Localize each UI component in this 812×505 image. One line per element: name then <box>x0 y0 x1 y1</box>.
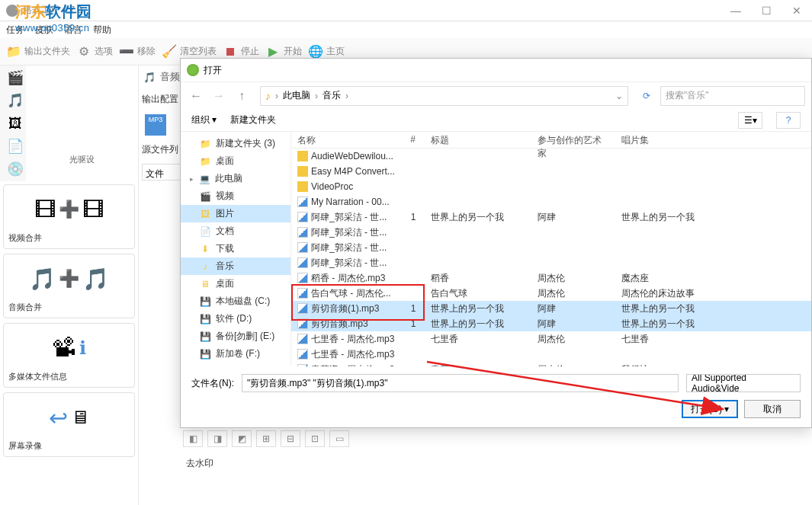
disc-tab-label: 光驱设 <box>26 151 138 168</box>
output-folder-button[interactable]: 📁输出文件夹 <box>6 44 70 59</box>
tree-item[interactable]: 💾本地磁盘 (C:) <box>181 292 290 310</box>
feature-item[interactable]: ↩🖥屏幕录像 <box>3 392 135 457</box>
tool-icon-4[interactable]: ⊞ <box>256 430 276 447</box>
file-row[interactable]: 剪切音频(1).mp31世界上的另一个我阿肆世界上的另一个我 <box>291 301 811 316</box>
nav-up-button[interactable]: ↑ <box>233 87 251 105</box>
tree-item[interactable]: 🖼图片 <box>181 205 290 222</box>
tree-item[interactable]: ⬇下载 <box>181 240 290 257</box>
tree-item[interactable]: 💾新加卷 (F:) <box>181 345 290 363</box>
mp3-file-icon <box>297 227 308 238</box>
help-button[interactable]: ? <box>776 112 801 129</box>
file-row[interactable]: Easy M4P Convert... <box>291 164 811 179</box>
tree-item[interactable]: 📁桌面 <box>181 152 290 170</box>
dialog-nav: ← → ↑ ♪ › 此电脑 › 音乐 › ⌄ ⟳ 搜索"音乐" <box>181 82 811 109</box>
menu-item[interactable]: 帮助 <box>93 24 111 37</box>
image-tab-icon[interactable]: 🖼 <box>5 113 26 134</box>
file-row[interactable]: 稻香 - 周杰伦.mp3稻香周杰伦魔杰座 <box>291 270 811 286</box>
clear-list-button[interactable]: 🧹清空列表 <box>162 44 217 59</box>
open-button[interactable]: 打开(O) ▾ <box>682 400 738 418</box>
disk-icon: 💾 <box>199 296 211 307</box>
tree-item[interactable]: 🖥桌面 <box>181 275 290 292</box>
close-button[interactable]: ✕ <box>782 0 812 21</box>
folder-icon <box>297 166 308 177</box>
col-num[interactable]: # <box>402 132 425 148</box>
file-row[interactable]: 阿肆_郭采洁 - 世...1世界上的另一个我阿肆世界上的另一个我 <box>291 209 811 225</box>
tool-icon-6[interactable]: ⊡ <box>305 430 325 447</box>
tree-item[interactable]: 📁新建文件夹 (3) <box>181 135 290 152</box>
file-row[interactable]: 阿肆_郭采洁 - 世... <box>291 240 811 255</box>
feature-item[interactable]: 🎵➕🎵音频合并 <box>3 254 135 318</box>
play-icon: ▶ <box>265 44 281 59</box>
tree-item[interactable]: 💾备份[勿删] (E:) <box>181 328 290 345</box>
file-row[interactable]: 阿肆_郭采洁 - 世... <box>291 225 811 240</box>
pc-icon: 💻 <box>198 174 210 184</box>
file-list-header: 名称 # 标题 参与创作的艺术家 唱片集 <box>291 132 811 149</box>
col-title[interactable]: 标题 <box>425 132 531 148</box>
feature-label: 多媒体文件信息 <box>8 368 130 382</box>
tree-item[interactable]: ♪音乐 <box>181 257 290 275</box>
search-input[interactable]: 搜索"音乐" <box>660 86 805 106</box>
file-row[interactable]: AudieWebDewilou... <box>291 149 811 164</box>
mp3-file-icon <box>297 288 308 299</box>
tree-item[interactable]: 🎬视频 <box>181 187 290 205</box>
organize-button[interactable]: 组织 ▾ <box>191 113 217 126</box>
tool-icon-3[interactable]: ◩ <box>232 430 252 447</box>
file-list: 名称 # 标题 参与创作的艺术家 唱片集 AudieWebDewilou...E… <box>291 132 811 366</box>
feature-label: 音频合并 <box>8 299 130 313</box>
video-tab-icon[interactable]: 🎬 <box>5 67 26 88</box>
home-button[interactable]: 🌐主页 <box>308 44 345 59</box>
audio-tab-icon[interactable]: 🎵 <box>5 90 26 111</box>
tree-item[interactable]: ▸💻此电脑 <box>181 170 290 187</box>
start-button[interactable]: ▶开始 <box>265 44 302 59</box>
feature-item[interactable]: 📽ℹ多媒体文件信息 <box>3 323 135 388</box>
col-artist[interactable]: 参与创作的艺术家 <box>531 132 615 148</box>
tool-icon-5[interactable]: ⊟ <box>281 430 300 447</box>
file-row[interactable]: 七里香 - 周杰伦.mp3 <box>291 347 811 362</box>
file-row[interactable]: 青花瓷 - 周杰伦.mp3青花瓷周杰伦我很忙 <box>291 362 811 366</box>
mp3-file-icon <box>297 318 308 329</box>
file-row[interactable]: VideoProc <box>291 179 811 194</box>
file-row[interactable]: 七里香 - 周杰伦.mp3七里香周杰伦七里香 <box>291 331 811 347</box>
file-row[interactable]: 剪切音频.mp31世界上的另一个我阿肆世界上的另一个我 <box>291 316 811 331</box>
doc-tab-icon[interactable]: 📄 <box>5 136 26 157</box>
chevron-down-icon[interactable]: ⌄ <box>615 91 623 101</box>
tree-item[interactable]: 📄文档 <box>181 222 290 240</box>
tool-icon-1[interactable]: ◧ <box>183 430 203 447</box>
file-row[interactable]: 告白气球 - 周杰伦...告白气球周杰伦周杰伦的床边故事 <box>291 286 811 301</box>
col-name[interactable]: 名称 <box>291 132 402 148</box>
tree-item[interactable]: 💾软件 (D:) <box>181 310 290 328</box>
remove-button[interactable]: ➖移除 <box>119 44 156 59</box>
feature-item[interactable]: 🎞➕🎞视频合并 <box>3 184 135 249</box>
filename-input[interactable] <box>242 374 679 392</box>
mp3-file-icon <box>297 273 308 283</box>
filetype-filter[interactable]: All Supported Audio&Vide <box>686 374 801 392</box>
nav-back-button[interactable]: ← <box>187 87 205 105</box>
view-mode-button[interactable]: ☰▾ <box>738 112 762 129</box>
doc-icon: 📄 <box>199 226 211 237</box>
dialog-footer: 文件名(N): All Supported Audio&Vide <box>181 366 811 400</box>
dialog-icon <box>187 64 199 76</box>
file-row[interactable]: 阿肆_郭采洁 - 世... <box>291 255 811 270</box>
file-row[interactable]: My Narration - 00... <box>291 194 811 209</box>
tool-icon-2[interactable]: ◨ <box>207 430 227 447</box>
minimize-button[interactable]: — <box>721 0 751 21</box>
remove-icon: ➖ <box>119 44 134 59</box>
left-panel: 🎬 🎵 🖼 📄 💿 光驱设 🎞➕🎞视频合并🎵➕🎵音频合并📽ℹ多媒体文件信息↩🖥屏… <box>0 66 139 505</box>
mp3-icon[interactable]: MP3 <box>145 114 166 136</box>
mp3-file-icon <box>297 303 308 314</box>
options-button[interactable]: ⚙选项 <box>76 44 113 59</box>
mp3-file-icon <box>297 349 308 360</box>
tool-icon-7[interactable]: ▭ <box>329 430 349 447</box>
nav-forward-button[interactable]: → <box>210 87 228 105</box>
cancel-button[interactable]: 取消 <box>744 400 801 418</box>
disc-tab-icon[interactable]: 💿 <box>5 158 26 180</box>
maximize-button[interactable]: ☐ <box>751 0 782 21</box>
mp3-file-icon <box>297 242 308 253</box>
breadcrumb[interactable]: ♪ › 此电脑 › 音乐 › ⌄ <box>260 86 628 106</box>
disk-icon: 💾 <box>199 331 211 342</box>
stop-button[interactable]: ⏹停止 <box>223 44 259 59</box>
new-folder-button[interactable]: 新建文件夹 <box>230 113 276 126</box>
col-album[interactable]: 唱片集 <box>615 132 811 148</box>
refresh-button[interactable]: ⟳ <box>637 87 656 105</box>
folder-tree: 📁新建文件夹 (3)📁桌面▸💻此电脑🎬视频🖼图片📄文档⬇下载♪音乐🖥桌面💾本地磁… <box>181 132 291 366</box>
